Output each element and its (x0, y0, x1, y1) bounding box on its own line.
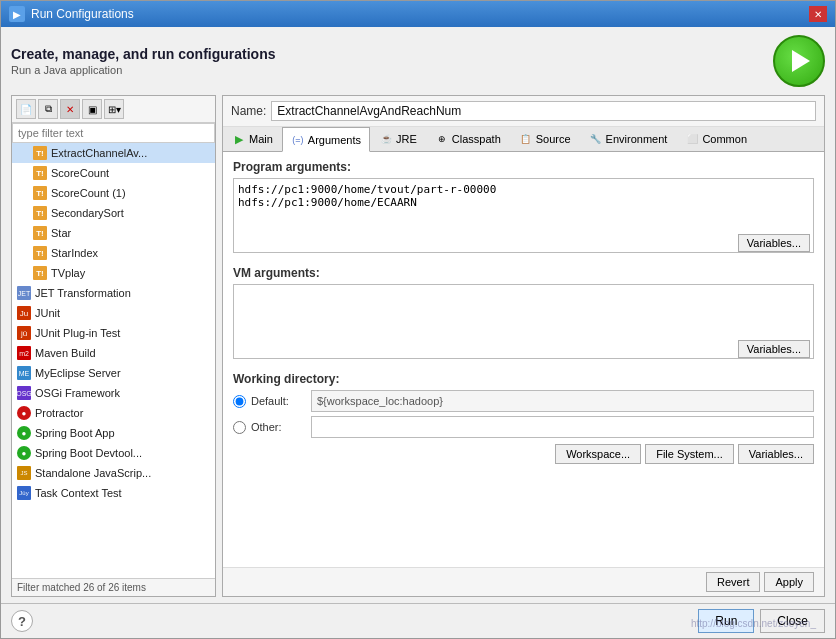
title-bar-controls: ✕ (809, 6, 827, 22)
tree-container: T! ExtractChannelAv... T! ScoreCount T! (12, 143, 215, 578)
springdev-icon: ● (16, 445, 32, 461)
other-dir-input[interactable] (311, 416, 814, 438)
program-args-textarea[interactable]: hdfs://pc1:9000/home/tvout/part-r-00000 … (233, 178, 814, 253)
working-dir-label: Working directory: (233, 372, 814, 386)
tree-item-scorecount1[interactable]: T! ScoreCount (1) (12, 183, 215, 203)
apply-button[interactable]: Apply (764, 572, 814, 592)
tree-item-maven[interactable]: m2 Maven Build (12, 343, 215, 363)
filesystem-button[interactable]: File System... (645, 444, 734, 464)
default-dir-input (311, 390, 814, 412)
tree-item-springboot[interactable]: ● Spring Boot App (12, 423, 215, 443)
tree-label-myeclipse: MyEclipse Server (35, 367, 121, 379)
program-args-label: Program arguments: (233, 160, 814, 174)
tab-jre-label: JRE (396, 133, 417, 145)
bottom-buttons: Revert Apply (223, 567, 824, 596)
default-radio[interactable] (233, 395, 246, 408)
vm-args-container: Variables... (233, 284, 814, 362)
filter-input[interactable] (12, 123, 215, 143)
tree-label-scorecount: ScoreCount (51, 167, 109, 179)
tree-item-springdev[interactable]: ● Spring Boot Devtool... (12, 443, 215, 463)
tree-item-starindex[interactable]: T! StarIndex (12, 243, 215, 263)
arguments-tab-content: Program arguments: hdfs://pc1:9000/home/… (223, 152, 824, 567)
revert-button[interactable]: Revert (706, 572, 760, 592)
java-icon-7: T! (32, 265, 48, 281)
help-button[interactable]: ? (11, 610, 33, 632)
tab-common-label: Common (702, 133, 747, 145)
tree-item-star[interactable]: T! Star (12, 223, 215, 243)
tree-item-scorecount[interactable]: T! ScoreCount (12, 163, 215, 183)
main-content: Create, manage, and run configurations R… (1, 27, 835, 603)
tree-label-taskcontext: Task Context Test (35, 487, 122, 499)
tab-main[interactable]: ▶ Main (223, 127, 282, 151)
jre-tab-icon: ☕ (379, 132, 393, 146)
other-radio-label: Other: (251, 421, 306, 433)
junit-icon: Ju (16, 305, 32, 321)
tree-item-extract[interactable]: T! ExtractChannelAv... (12, 143, 215, 163)
run-button[interactable] (773, 35, 825, 87)
classpath-tab-icon: ⊕ (435, 132, 449, 146)
tabs-row: ▶ Main (=) Arguments ☕ JRE ⊕ Classpath (223, 127, 824, 152)
header-section: Create, manage, and run configurations R… (11, 35, 825, 87)
springboot-icon: ● (16, 425, 32, 441)
new-config-button[interactable]: 📄 (16, 99, 36, 119)
name-input[interactable] (271, 101, 816, 121)
protractor-icon: ● (16, 405, 32, 421)
main-tab-icon: ▶ (232, 132, 246, 146)
tab-jre[interactable]: ☕ JRE (370, 127, 426, 151)
tree-label-jet: JET Transformation (35, 287, 131, 299)
program-args-variables-button[interactable]: Variables... (738, 234, 810, 252)
run-configurations-window: ▶ Run Configurations ✕ Create, manage, a… (0, 0, 836, 639)
expand-button[interactable]: ⊞▾ (104, 99, 124, 119)
args-tab-icon: (=) (291, 133, 305, 147)
tree-item-secondarysort[interactable]: T! SecondarySort (12, 203, 215, 223)
tree-item-junit[interactable]: Ju JUnit (12, 303, 215, 323)
tree-label-star: Star (51, 227, 71, 239)
tree-item-taskcontext[interactable]: Jüy Task Context Test (12, 483, 215, 503)
tree-label-springboot: Spring Boot App (35, 427, 115, 439)
delete-button[interactable]: ✕ (60, 99, 80, 119)
default-radio-row: Default: (233, 390, 814, 412)
header-subtitle: Run a Java application (11, 64, 276, 76)
body-section: 📄 ⧉ ✕ ▣ ⊞▾ T! ExtractChannelAv... (11, 95, 825, 597)
left-toolbar: 📄 ⧉ ✕ ▣ ⊞▾ (12, 96, 215, 123)
tree-item-standalone[interactable]: JS Standalone JavaScrip... (12, 463, 215, 483)
tab-environment[interactable]: 🔧 Environment (580, 127, 677, 151)
tree-item-myeclipse[interactable]: ME MyEclipse Server (12, 363, 215, 383)
tree-label-extract: ExtractChannelAv... (51, 147, 147, 159)
vm-args-variables-button[interactable]: Variables... (738, 340, 810, 358)
common-tab-icon: ⬜ (685, 132, 699, 146)
watermark: http://blog.csdn.net/zoeyen_ (691, 618, 816, 629)
tree-item-tvplay[interactable]: T! TVplay (12, 263, 215, 283)
other-radio-row: Other: (233, 416, 814, 438)
standalone-icon: JS (16, 465, 32, 481)
duplicate-button[interactable]: ⧉ (38, 99, 58, 119)
tree-item-osgi[interactable]: OSG OSGi Framework (12, 383, 215, 403)
tab-arguments[interactable]: (=) Arguments (282, 127, 370, 152)
filter-button[interactable]: ▣ (82, 99, 102, 119)
tree-label-standalone: Standalone JavaScrip... (35, 467, 151, 479)
program-args-container: hdfs://pc1:9000/home/tvout/part-r-00000 … (233, 178, 814, 256)
right-panel: Name: ▶ Main (=) Arguments ☕ JRE (222, 95, 825, 597)
window-icon: ▶ (9, 6, 25, 22)
maven-icon: m2 (16, 345, 32, 361)
close-window-button[interactable]: ✕ (809, 6, 827, 22)
java-icon-4: T! (32, 205, 48, 221)
tree-item-junitplugin[interactable]: jü JUnit Plug-in Test (12, 323, 215, 343)
java-icon-2: T! (32, 165, 48, 181)
tree-item-jet[interactable]: JET JET Transformation (12, 283, 215, 303)
workspace-button[interactable]: Workspace... (555, 444, 641, 464)
tab-common[interactable]: ⬜ Common (676, 127, 756, 151)
tree-label-junit: JUnit (35, 307, 60, 319)
tab-source-label: Source (536, 133, 571, 145)
tree-label-maven: Maven Build (35, 347, 96, 359)
vm-args-textarea[interactable] (233, 284, 814, 359)
tree-item-protractor[interactable]: ● Protractor (12, 403, 215, 423)
other-radio[interactable] (233, 421, 246, 434)
name-label: Name: (231, 104, 266, 118)
default-radio-label: Default: (251, 395, 306, 407)
osgi-icon: OSG (16, 385, 32, 401)
dir-variables-button[interactable]: Variables... (738, 444, 814, 464)
tab-classpath[interactable]: ⊕ Classpath (426, 127, 510, 151)
title-bar: ▶ Run Configurations ✕ (1, 1, 835, 27)
tab-source[interactable]: 📋 Source (510, 127, 580, 151)
